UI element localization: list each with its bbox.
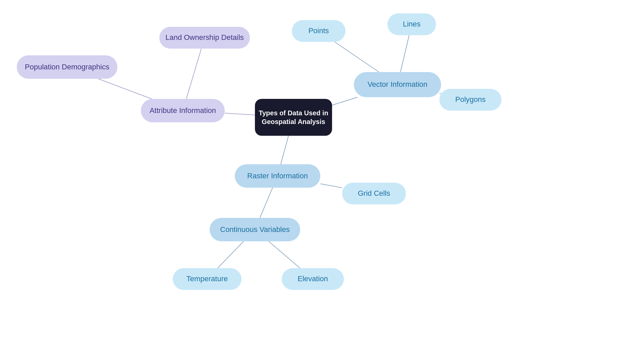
elevation-label: Elevation	[298, 274, 328, 284]
elevation-node[interactable]: Elevation	[282, 268, 344, 290]
continuous-vars-node[interactable]: Continuous Variables	[210, 218, 300, 241]
svg-line-11	[269, 241, 300, 268]
temperature-node[interactable]: Temperature	[173, 268, 241, 290]
raster-info-label: Raster Information	[247, 171, 308, 181]
lines-label: Lines	[403, 19, 421, 29]
attribute-info-label: Attribute Information	[150, 106, 216, 116]
svg-line-7	[281, 136, 288, 164]
polygons-label: Polygons	[455, 95, 486, 105]
svg-line-9	[260, 188, 273, 218]
center-node[interactable]: Types of Data Used in Geospatial Analysi…	[255, 99, 332, 136]
connections-svg	[0, 0, 644, 363]
svg-line-0	[225, 113, 255, 115]
svg-line-5	[400, 35, 409, 72]
svg-line-8	[320, 184, 342, 188]
land-ownership-node[interactable]: Land Ownership Details	[159, 27, 250, 49]
land-ownership-label: Land Ownership Details	[165, 33, 244, 43]
attribute-info-node[interactable]: Attribute Information	[141, 99, 225, 122]
svg-line-2	[98, 79, 152, 99]
points-node[interactable]: Points	[292, 20, 345, 42]
vector-info-node[interactable]: Vector Information	[354, 72, 441, 97]
svg-line-3	[332, 97, 358, 105]
polygons-node[interactable]: Polygons	[439, 89, 501, 111]
svg-line-10	[218, 241, 244, 268]
grid-cells-node[interactable]: Grid Cells	[342, 183, 406, 204]
population-demo-node[interactable]: Population Demographics	[17, 55, 117, 79]
mind-map-canvas: Types of Data Used in Geospatial Analysi…	[0, 0, 644, 363]
lines-node[interactable]: Lines	[387, 13, 436, 35]
temperature-label: Temperature	[186, 274, 228, 284]
center-node-label: Types of Data Used in Geospatial Analysi…	[255, 109, 332, 126]
points-label: Points	[308, 26, 329, 36]
population-demo-label: Population Demographics	[25, 62, 109, 72]
raster-info-node[interactable]: Raster Information	[235, 164, 320, 188]
vector-info-label: Vector Information	[368, 80, 428, 89]
grid-cells-label: Grid Cells	[358, 189, 390, 198]
svg-line-1	[186, 49, 201, 99]
svg-line-4	[335, 42, 379, 72]
continuous-vars-label: Continuous Variables	[220, 225, 290, 235]
